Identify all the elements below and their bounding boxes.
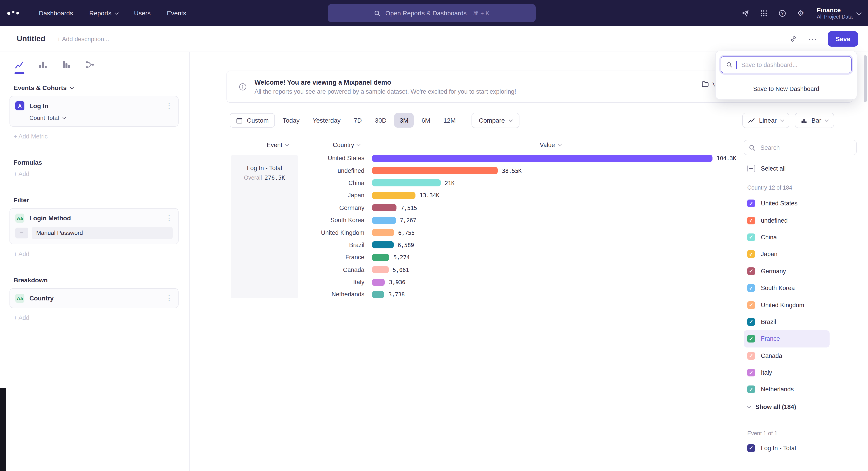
kebab-menu-icon[interactable]: ⋮ (165, 295, 173, 302)
series-checkbox[interactable] (747, 352, 755, 359)
bar[interactable] (372, 192, 416, 199)
add-breakdown-button[interactable]: + Add (13, 315, 179, 321)
line-type-dropdown[interactable]: Linear (742, 113, 789, 128)
bar[interactable] (372, 204, 397, 211)
tab-funnel-icon[interactable] (61, 60, 71, 70)
column-header-country[interactable]: Country (333, 142, 360, 148)
view-sample-button-partial[interactable]: V (702, 81, 717, 88)
save-dashboard-search[interactable] (721, 56, 852, 73)
nav-item-dashboards[interactable]: Dashboards (39, 9, 73, 17)
chevron-down-icon (115, 11, 119, 14)
series-checkbox[interactable] (747, 200, 755, 207)
legend-item-italy[interactable]: Italy (744, 364, 830, 381)
range-button-6m[interactable]: 6M (416, 113, 436, 127)
filter-value[interactable]: Manual Password (32, 227, 173, 239)
select-all-row[interactable]: Select all (744, 165, 857, 172)
chart-type-dropdown[interactable]: Bar (795, 113, 834, 128)
settings-gear-icon[interactable]: ⚙ (797, 9, 804, 17)
add-metric-button[interactable]: + Add Metric (13, 133, 179, 140)
series-checkbox[interactable] (747, 267, 755, 275)
chevron-down-icon (857, 10, 862, 15)
bar[interactable] (372, 254, 389, 261)
series-checkbox[interactable] (747, 335, 755, 343)
legend-item-canada[interactable]: Canada (744, 347, 830, 364)
legend-item-japan[interactable]: Japan (744, 246, 830, 263)
series-checkbox[interactable] (747, 251, 755, 258)
legend-item-china[interactable]: China (744, 229, 830, 246)
bar[interactable] (372, 291, 384, 298)
tab-insights-icon[interactable] (14, 60, 24, 70)
range-button-7d[interactable]: 7D (348, 113, 367, 127)
show-all-button[interactable]: Show all (184) (744, 399, 857, 415)
nav-item-reports[interactable]: Reports (89, 9, 118, 17)
legend-item-france[interactable]: France (744, 330, 830, 347)
tab-bar-chart-icon[interactable] (38, 60, 48, 70)
legend-item-south-korea[interactable]: South Korea (744, 279, 830, 297)
series-checkbox[interactable] (747, 369, 755, 377)
legend-item-germany[interactable]: Germany (744, 263, 830, 279)
report-title[interactable]: Untitled (17, 34, 45, 43)
legend-item-united-states[interactable]: United States (744, 195, 830, 212)
select-all-checkbox[interactable] (747, 165, 755, 172)
bar[interactable] (372, 241, 394, 248)
bar[interactable] (372, 278, 385, 286)
nav-item-events[interactable]: Events (167, 9, 186, 17)
scrollbar-thumb[interactable] (864, 55, 867, 102)
breakdown-card[interactable]: Aa Country ⋮ (9, 288, 179, 308)
filter-card[interactable]: Aa Login Method ⋮ = Manual Password (9, 208, 179, 244)
kebab-menu-icon[interactable]: ⋮ (165, 102, 173, 110)
add-formula-button[interactable]: + Add (13, 171, 179, 177)
bar[interactable] (372, 266, 389, 273)
range-button-yesterday[interactable]: Yesterday (307, 113, 346, 127)
kebab-menu-icon[interactable]: ⋮ (165, 214, 173, 222)
save-dashboard-input[interactable] (740, 61, 846, 68)
legend-item-netherlands[interactable]: Netherlands (744, 381, 830, 398)
range-button-today[interactable]: Today (277, 113, 305, 127)
series-checkbox[interactable] (747, 284, 755, 292)
metric-card[interactable]: A Log In ⋮ Count Total (9, 96, 179, 127)
save-button[interactable]: Save (828, 31, 858, 47)
legend-item-united-kingdom[interactable]: United Kingdom (744, 297, 830, 314)
search-icon (749, 144, 755, 151)
apps-grid-icon[interactable] (760, 9, 768, 17)
legend-label: South Korea (761, 285, 795, 291)
column-header-value[interactable]: Value (540, 142, 561, 148)
tab-flows-icon[interactable] (85, 60, 95, 70)
bar[interactable] (372, 154, 712, 162)
add-description[interactable]: + Add description... (57, 35, 109, 42)
series-checkbox[interactable] (747, 301, 755, 309)
range-button-3m[interactable]: 3M (394, 113, 414, 127)
send-icon[interactable] (742, 9, 749, 17)
series-search-input[interactable] (760, 144, 852, 151)
help-icon[interactable]: ? (779, 9, 786, 17)
legend-item-undefined[interactable]: undefined (744, 212, 830, 229)
legend-item-log-in-total[interactable]: Log In - Total (744, 440, 830, 457)
bar[interactable] (372, 167, 498, 174)
series-checkbox[interactable] (747, 233, 755, 241)
range-button-12m[interactable]: 12M (438, 113, 461, 127)
aggregation-dropdown[interactable]: Count Total (29, 115, 173, 121)
text-caret (736, 61, 737, 69)
series-search[interactable] (744, 140, 857, 155)
series-checkbox[interactable] (747, 216, 755, 224)
series-checkbox[interactable] (747, 444, 755, 452)
global-search-bar[interactable]: Open Reports & Dashboards ⌘ + K (328, 4, 536, 22)
nav-item-users[interactable]: Users (134, 9, 151, 17)
events-cohorts-header[interactable]: Events & Cohorts (13, 84, 179, 91)
project-switcher[interactable]: Finance All Project Data (817, 6, 861, 20)
bar[interactable] (372, 229, 394, 236)
range-button-30d[interactable]: 30D (370, 113, 392, 127)
bar[interactable] (372, 179, 440, 187)
series-checkbox[interactable] (747, 386, 755, 393)
filter-operator[interactable]: = (16, 228, 28, 238)
range-button-custom[interactable]: Custom (230, 113, 275, 127)
column-header-event[interactable]: Event (267, 142, 288, 148)
compare-dropdown[interactable]: Compare (471, 113, 519, 128)
save-to-new-dashboard-button[interactable]: Save to New Dashboard (716, 78, 857, 99)
bar[interactable] (372, 216, 396, 224)
legend-item-brazil[interactable]: Brazil (744, 313, 830, 330)
mixpanel-logo-icon[interactable] (7, 11, 19, 15)
series-checkbox[interactable] (747, 318, 755, 326)
copy-link-icon[interactable] (790, 35, 797, 42)
add-filter-button[interactable]: + Add (13, 251, 179, 258)
